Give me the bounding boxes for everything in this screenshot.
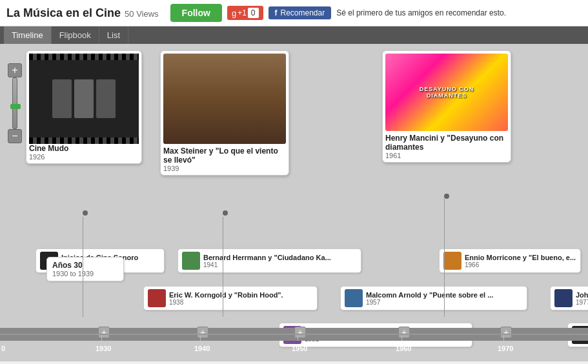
page-title: La Música en el Cine [6,6,121,20]
eric-title: Eric W. Korngold y "Robin Hood". [169,291,283,299]
max-steiner-title: Max Steiner y "Lo que el viento se llevó… [163,147,286,165]
cine-mudo-year: 1926 [29,153,139,161]
john-year: 1977 [576,299,588,306]
timeline-year-1960: 1960 [396,345,411,352]
timeline-tick-1930 [101,336,102,341]
gplus-icon: g [232,8,236,18]
follow-button[interactable]: Follow [170,4,222,22]
gplus-label: +1 [238,8,247,17]
card-eric-korngold[interactable]: Eric W. Korngold y "Robin Hood". 1938 [143,286,318,310]
recomendar-label: Recomendar [281,8,325,17]
malcomn-thumb [345,289,363,307]
gplus-count: 0 [248,8,259,18]
views-count: 50 Views [125,9,159,19]
timeline-area: + − Cine Mudo 1926 Max Steiner y "Lo que… [0,44,588,361]
zoom-handle[interactable] [10,104,21,109]
john-title: John [576,291,588,299]
timeline-plus-1940[interactable]: + [197,327,208,338]
henry-mancini-image: DESAYUNO CON DIAMANTES [385,54,508,131]
header: La Música en el Cine 50 Views Follow g +… [0,0,588,26]
timeline-year-1930: 1930 [96,345,111,352]
timeline-tick-1950 [298,336,298,341]
timeline-plus-1970[interactable]: + [500,327,512,338]
gplus-button[interactable]: g +1 0 [227,6,263,20]
vline-max-steiner [223,217,223,317]
vline-cine-mudo [83,217,83,317]
vline-henry [444,199,445,317]
timeline-plus-1970-container: + [500,327,512,338]
malcomn-title: Malcomn Arnold y "Puente sobre el ... [366,291,493,299]
ennio-thumb [443,252,461,270]
title-area: La Música en el Cine 50 Views [6,6,159,20]
timeline-plus-1930-container: + [98,327,110,338]
john-thumb [554,289,573,307]
eric-year: 1938 [169,299,283,306]
timeline-tick-1970 [503,336,504,341]
timeline-tick-1940 [200,336,201,341]
connector-dot-cine-mudo [83,210,88,216]
timeline-plus-1930[interactable]: + [98,327,110,338]
zoom-out-button[interactable]: − [8,129,22,143]
eric-thumb [148,289,166,307]
timeline-line [0,334,588,335]
anos-title: Años 30 [52,261,118,270]
timeline-plus-1960[interactable]: + [398,327,410,338]
ennio-title: Ennio Morricone y "El bueno, e... [465,254,576,261]
cine-mudo-image [29,54,139,144]
timeline-plus-1950-container: + [294,327,306,338]
card-max-steiner[interactable]: Max Steiner y "Lo que el viento se llevó… [160,50,289,176]
timeline-plus-1950[interactable]: + [294,327,306,338]
timeline-year-1940: 1940 [194,345,210,352]
bernard-thumb [182,252,200,270]
tab-list[interactable]: List [99,26,128,44]
tab-flipbook[interactable]: Flipbook [52,26,99,44]
henry-mancini-title: Henry Mancini y "Desayuno con diamantes [385,134,508,152]
anos-years: 1930 to 1939 [52,270,118,278]
fb-icon: f [275,8,278,17]
zoom-controls: + − [8,63,22,143]
max-steiner-image [163,54,286,144]
timeline-year-start: 0 [1,345,5,352]
card-cine-mudo[interactable]: Cine Mudo 1926 [26,50,142,164]
zoom-slider[interactable] [12,77,17,129]
card-henry-mancini[interactable]: DESAYUNO CON DIAMANTES Henry Mancini y "… [382,50,511,163]
henry-mancini-year: 1961 [385,152,508,159]
connector-dot-henry-mancini [444,194,449,199]
card-bernard-herrmann[interactable]: Bernard Herrmann y "Ciudadano Ka... 1941 [177,248,361,273]
max-steiner-year: 1939 [163,165,286,172]
recomendar-button[interactable]: f Recomendar [269,6,332,19]
navigation: Timeline Flipbook List [0,26,588,44]
ennio-year: 1966 [465,261,576,268]
card-ennio-morricone[interactable]: Ennio Morricone y "El bueno, e... 1966 [439,248,581,273]
timeline-tick-1960 [401,336,402,341]
card-anos-30[interactable]: Años 30 1930 to 1939 [46,257,124,281]
timeline-year-1970: 1970 [498,345,513,352]
timeline-year-1950: 1950 [292,345,307,352]
card-john[interactable]: John 1977 [550,286,588,310]
tab-timeline[interactable]: Timeline [4,26,52,44]
malcomn-year: 1957 [366,299,493,306]
cine-mudo-title: Cine Mudo [29,144,139,153]
timeline-plus-1940-container: + [197,327,208,338]
connector-dot-max-steiner [223,210,228,216]
card-malcomn-arnold[interactable]: Malcomn Arnold y "Puente sobre el ... 19… [340,286,527,310]
fb-recommendation-text: Sé el primero de tus amigos en recomenda… [336,8,506,17]
timeline-plus-1960-container: + [398,327,410,338]
zoom-in-button[interactable]: + [8,63,22,77]
